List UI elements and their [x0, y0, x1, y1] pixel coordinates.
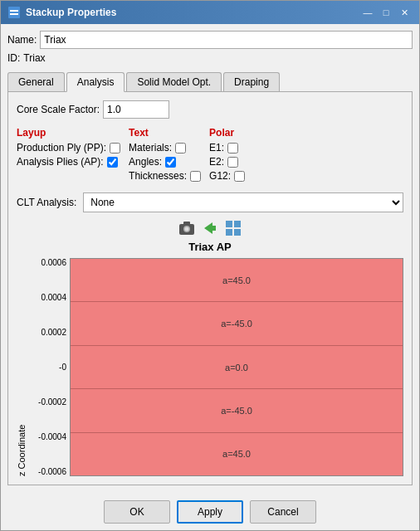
y-axis-label: z Coordinate [17, 258, 27, 476]
materials-row: Materials: [129, 142, 201, 153]
clt-row: CLT Analysis: None [17, 192, 403, 212]
ok-button[interactable]: OK [104, 500, 170, 524]
app-icon [7, 6, 21, 19]
close-button[interactable]: ✕ [396, 4, 413, 21]
core-scale-row: Core Scale Factor: [17, 100, 403, 119]
clt-select[interactable]: None [83, 192, 403, 212]
window-controls: — □ ✕ [359, 4, 413, 21]
chart-title: Triax AP [188, 241, 232, 253]
svg-rect-6 [183, 222, 190, 225]
e1-row: E1: [209, 142, 245, 153]
bar-row-2: a=0.0 [71, 346, 403, 389]
tab-content-analysis: Core Scale Factor: Layup Production Ply … [7, 92, 413, 485]
bar-label-2: a=0.0 [225, 363, 248, 373]
e1-label: E1: [209, 142, 224, 153]
id-label: ID: [7, 52, 20, 64]
maximize-button[interactable]: □ [378, 4, 394, 21]
core-scale-input[interactable] [103, 100, 169, 119]
content-area: Name: ID: Triax General Analysis Solid M… [1, 24, 419, 492]
thicknesses-label: Thicknesses: [129, 170, 187, 182]
clt-label: CLT Analysis: [17, 197, 76, 208]
angles-row: Angles: [129, 156, 201, 168]
materials-label: Materials: [129, 142, 172, 153]
e2-label: E2: [209, 156, 224, 168]
name-input[interactable] [40, 31, 413, 49]
minimize-button[interactable]: — [359, 4, 376, 21]
y-tick-6: -0.0006 [28, 467, 66, 476]
svg-rect-11 [234, 229, 241, 236]
tab-solid-model-opt[interactable]: Solid Model Opt. [126, 72, 222, 91]
thicknesses-checkbox[interactable] [190, 171, 201, 182]
production-ply-checkbox[interactable] [110, 143, 120, 153]
svg-rect-2 [10, 13, 18, 15]
y-tick-1: 0.0004 [28, 293, 66, 302]
window-title: Stackup Properties [26, 7, 359, 18]
y-tick-5: -0.0004 [28, 432, 66, 441]
camera-button[interactable] [178, 219, 196, 237]
analysis-plies-label: Analysis Plies (AP): [17, 156, 104, 168]
materials-checkbox[interactable] [175, 143, 186, 153]
export-button[interactable] [201, 219, 219, 237]
y-tick-2: 0.0002 [28, 328, 66, 337]
export-icon [201, 219, 219, 237]
y-tick-3: -0 [28, 363, 66, 372]
y-tick-4: -0.0002 [28, 397, 66, 407]
title-bar: Stackup Properties — □ ✕ [1, 1, 419, 24]
grid-button[interactable] [224, 219, 242, 237]
bar-row-0: a=45.0 [71, 259, 403, 302]
tab-analysis[interactable]: Analysis [66, 72, 125, 92]
apply-button[interactable]: Apply [177, 500, 243, 524]
bottom-buttons: OK Apply Cancel [1, 492, 419, 530]
g12-label: G12: [209, 170, 231, 182]
bar-row-4: a=45.0 [71, 433, 403, 475]
bar-label-0: a=45.0 [222, 275, 251, 285]
svg-rect-8 [226, 221, 232, 227]
core-scale-label: Core Scale Factor: [17, 104, 100, 115]
analysis-plies-checkbox[interactable] [107, 157, 118, 168]
angles-label: Angles: [129, 156, 162, 168]
tab-general[interactable]: General [7, 72, 65, 91]
svg-marker-7 [204, 222, 216, 234]
bar-label-3: a=-45.0 [221, 406, 252, 416]
bar-row-3: a=-45.0 [71, 389, 403, 432]
production-ply-row: Production Ply (PP): [17, 142, 120, 153]
chart-toolbar [178, 219, 242, 237]
e2-checkbox[interactable] [227, 157, 238, 168]
main-window: Stackup Properties — □ ✕ Name: ID: Triax… [0, 0, 420, 531]
production-ply-label: Production Ply (PP): [17, 142, 106, 153]
chart-container: z Coordinate 0.0006 0.0004 0.0002 -0 -0.… [17, 258, 403, 476]
e1-checkbox[interactable] [227, 143, 238, 153]
text-title: Text [129, 127, 201, 139]
tab-bar: General Analysis Solid Model Opt. Drapin… [7, 72, 413, 92]
analysis-plies-row: Analysis Plies (AP): [17, 156, 120, 168]
id-value: Triax [23, 52, 45, 64]
g12-row: G12: [209, 170, 245, 182]
svg-rect-1 [10, 10, 18, 12]
g12-checkbox[interactable] [234, 171, 245, 182]
text-section: Text Materials: Angles: Thicknesses: [129, 127, 201, 184]
grid-icon [224, 219, 242, 237]
chart-bars: a=45.0 a=-45.0 a=0.0 a=-45.0 a=45.0 [70, 258, 403, 476]
layup-title: Layup [17, 127, 120, 139]
columns-row: Layup Production Ply (PP): Analysis Plie… [17, 127, 403, 184]
name-row: Name: [7, 31, 413, 49]
tab-draping[interactable]: Draping [223, 72, 280, 91]
y-tick-0: 0.0006 [28, 258, 66, 267]
name-label: Name: [7, 34, 37, 46]
polar-title: Polar [209, 127, 245, 139]
thicknesses-row: Thicknesses: [129, 170, 201, 182]
id-row: ID: Triax [7, 52, 413, 64]
y-axis-ticks: 0.0006 0.0004 0.0002 -0 -0.0002 -0.0004 … [28, 258, 70, 476]
svg-point-5 [185, 227, 189, 231]
bar-row-1: a=-45.0 [71, 302, 403, 345]
svg-rect-0 [8, 7, 20, 18]
bar-label-4: a=45.0 [222, 449, 251, 459]
cancel-button[interactable]: Cancel [250, 500, 316, 524]
polar-section: Polar E1: E2: G12: [209, 127, 245, 184]
e2-row: E2: [209, 156, 245, 168]
bar-label-1: a=-45.0 [221, 319, 252, 329]
svg-rect-10 [226, 229, 232, 236]
chart-area: Triax AP z Coordinate 0.0006 0.0004 0.00… [17, 219, 403, 476]
angles-checkbox[interactable] [165, 157, 176, 168]
camera-icon [178, 219, 196, 237]
